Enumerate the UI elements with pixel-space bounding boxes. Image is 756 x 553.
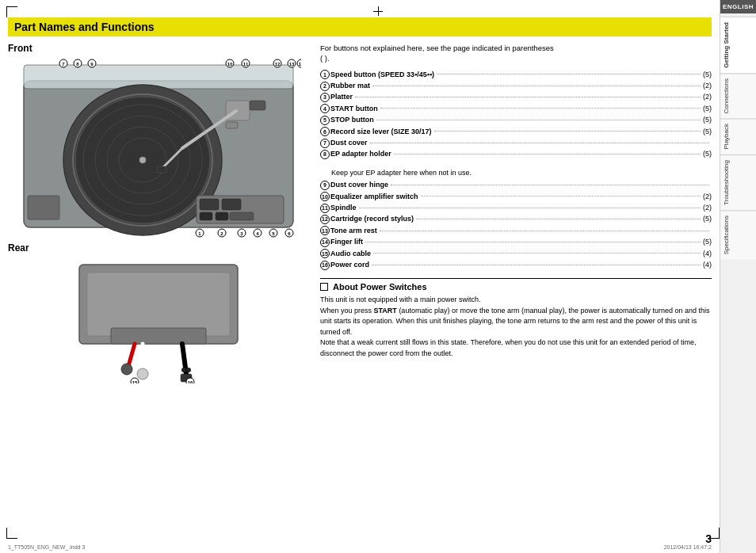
svg-rect-22 bbox=[250, 101, 265, 110]
list-item: 4 START button (5) bbox=[320, 103, 712, 114]
list-item: 1 Speed button (SPEED 33▪/45▪▪) (5) bbox=[320, 69, 712, 80]
part-number: 11 bbox=[320, 204, 330, 213]
list-item: 16 Power cord (4) bbox=[320, 259, 712, 270]
list-item: 14 Finger lift (5) bbox=[320, 236, 712, 247]
turntable-rear-svg: 15 16 bbox=[63, 257, 254, 383]
list-item: 12 Cartridge (record stylus) (5) bbox=[320, 213, 712, 224]
list-item: 7 Dust cover bbox=[320, 137, 712, 148]
tab-connections[interactable]: Connections bbox=[720, 73, 756, 118]
turntable-front-svg: 1 2 3 4 5 6 bbox=[16, 57, 301, 239]
svg-point-61 bbox=[137, 368, 148, 379]
svg-text:10: 10 bbox=[227, 62, 233, 67]
ep-adapter-note: Keep your EP adapter here when not in us… bbox=[331, 168, 712, 178]
intro-text: For buttons not explained here, see the … bbox=[320, 43, 712, 64]
part-number: 12 bbox=[320, 215, 330, 224]
about-power-section: About Power Switches This unit is not eq… bbox=[320, 278, 712, 359]
svg-rect-13 bbox=[157, 166, 166, 173]
svg-text:14: 14 bbox=[299, 62, 301, 67]
page-number: 3 bbox=[705, 532, 712, 545]
part-number: 16 bbox=[320, 261, 330, 270]
part-number: 14 bbox=[320, 238, 330, 247]
checkbox-icon bbox=[320, 283, 328, 291]
list-item: 2 Rubber mat (2) bbox=[320, 80, 712, 91]
parts-list-2: 9 Dust cover hinge 10 Equalizer amplifie… bbox=[320, 179, 712, 270]
language-badge: ENGLISH bbox=[720, 0, 756, 13]
tab-getting-started[interactable]: Getting Started bbox=[720, 17, 756, 73]
svg-rect-19 bbox=[216, 212, 228, 220]
list-item: 9 Dust cover hinge bbox=[320, 179, 712, 190]
list-item: 13 Tone arm rest bbox=[320, 225, 712, 236]
part-number: 8 bbox=[320, 150, 330, 159]
svg-rect-52 bbox=[87, 273, 230, 336]
part-number: 6 bbox=[320, 127, 330, 136]
part-number: 1 bbox=[320, 70, 330, 79]
svg-text:11: 11 bbox=[243, 62, 249, 67]
page-header: Part Names and Functions bbox=[8, 17, 712, 36]
tab-playback[interactable]: Playback bbox=[720, 118, 756, 154]
right-tab: ENGLISH Getting Started Connections Play… bbox=[720, 0, 756, 553]
about-power-title: About Power Switches bbox=[320, 282, 712, 292]
right-panel: For buttons not explained here, see the … bbox=[309, 36, 712, 550]
svg-rect-14 bbox=[226, 122, 238, 128]
list-item: 10 Equalizer amplifier switch (2) bbox=[320, 191, 712, 202]
left-panel: Front bbox=[8, 36, 309, 550]
bottom-meta-left: 1_TT505N_ENG_NEW_.indd 3 bbox=[8, 544, 85, 550]
svg-rect-17 bbox=[222, 199, 241, 210]
about-power-text: This unit is not equipped with a main po… bbox=[320, 295, 712, 359]
part-number: 15 bbox=[320, 249, 330, 258]
tab-troubleshooting[interactable]: Troubleshooting bbox=[720, 154, 756, 210]
part-number: 3 bbox=[320, 93, 330, 102]
part-number: 9 bbox=[320, 181, 330, 190]
svg-point-58 bbox=[181, 368, 186, 372]
rear-diagram: 15 16 bbox=[63, 257, 254, 383]
svg-rect-18 bbox=[200, 212, 212, 220]
svg-rect-1 bbox=[24, 65, 293, 89]
svg-text:12: 12 bbox=[275, 62, 281, 67]
svg-rect-16 bbox=[200, 199, 219, 210]
list-item: 3 Platter (2) bbox=[320, 91, 712, 102]
svg-point-60 bbox=[121, 364, 132, 375]
svg-text:15: 15 bbox=[132, 380, 138, 383]
part-number: 4 bbox=[320, 104, 330, 113]
svg-point-59 bbox=[186, 368, 191, 372]
bottom-meta-right: 2012/04/13 16:47:2 bbox=[664, 544, 712, 550]
rear-section: Rear bbox=[8, 242, 309, 383]
svg-point-9 bbox=[139, 157, 146, 163]
parts-list: 1 Speed button (SPEED 33▪/45▪▪) (5) 2 Ru… bbox=[320, 69, 712, 160]
page-title: Part Names and Functions bbox=[14, 21, 705, 33]
svg-text:13: 13 bbox=[289, 62, 295, 67]
svg-rect-20 bbox=[230, 212, 254, 220]
list-item: 15 Audio cable (4) bbox=[320, 248, 712, 259]
svg-rect-53 bbox=[111, 328, 206, 344]
part-number: 5 bbox=[320, 116, 330, 125]
front-section-title: Front bbox=[8, 43, 309, 54]
part-number: 10 bbox=[320, 192, 330, 201]
part-number: 13 bbox=[320, 226, 330, 235]
svg-rect-21 bbox=[28, 196, 59, 219]
list-item: 5 STOP button (5) bbox=[320, 114, 712, 125]
main-content: Part Names and Functions Front bbox=[0, 0, 720, 553]
tab-specifications[interactable]: Specifications bbox=[720, 210, 756, 259]
list-item: 8 EP adapter holder (5) bbox=[320, 148, 712, 159]
rear-section-title: Rear bbox=[8, 242, 309, 254]
part-number: 7 bbox=[320, 139, 330, 148]
front-diagram: 1 2 3 4 5 6 bbox=[16, 57, 301, 239]
content-area: Front bbox=[8, 36, 712, 550]
list-item: 11 Spindle (2) bbox=[320, 202, 712, 213]
list-item: 6 Record size lever (SIZE 30/17) (5) bbox=[320, 126, 712, 137]
svg-text:16: 16 bbox=[188, 380, 193, 383]
part-number: 2 bbox=[320, 82, 330, 91]
